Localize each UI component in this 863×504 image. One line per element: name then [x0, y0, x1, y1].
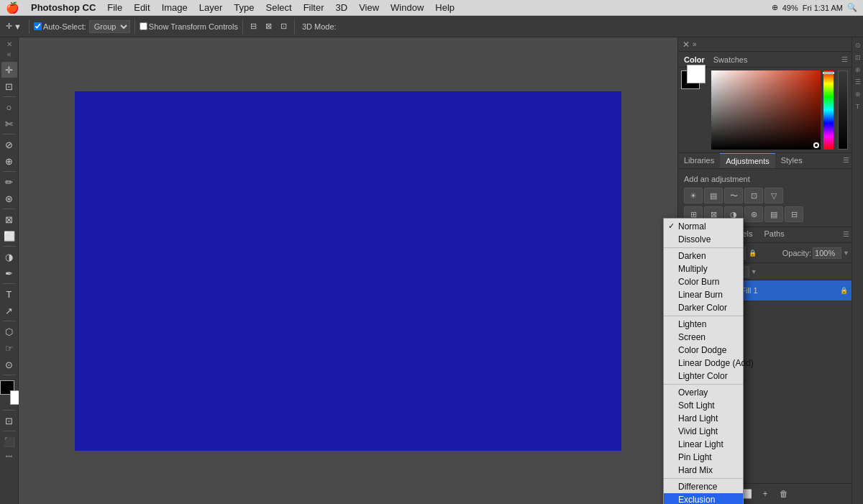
hand-tool[interactable]: ☞: [1, 340, 17, 356]
auto-select-dropdown[interactable]: Group Layer: [89, 20, 130, 33]
blend-darken[interactable]: Darken: [664, 249, 743, 262]
opacity-input[interactable]: [813, 247, 841, 259]
blend-normal[interactable]: ✓ Normal: [664, 220, 743, 233]
menu-layer[interactable]: Layer: [193, 0, 229, 15]
fill-down-arrow[interactable]: ▼: [751, 268, 757, 275]
menu-file[interactable]: File: [101, 0, 128, 15]
tab-paths[interactable]: Paths: [759, 227, 790, 242]
pen-tool[interactable]: ✒: [1, 265, 17, 281]
transform-controls-checkbox[interactable]: [140, 22, 147, 30]
dodge-tool[interactable]: ◑: [1, 249, 17, 265]
blend-difference[interactable]: Difference: [664, 480, 743, 493]
blend-lighten[interactable]: Lighten: [664, 318, 743, 331]
blend-mode-dropdown[interactable]: ✓ Normal Dissolve Darken Multiply Color …: [663, 218, 744, 504]
layers-panel-menu[interactable]: ☰: [840, 227, 852, 242]
blend-lighter-color[interactable]: Lighter Color: [664, 370, 743, 382]
quick-mask-button[interactable]: ⊡: [1, 413, 17, 429]
sidebar-icon-5[interactable]: ⊛: [853, 89, 863, 99]
blend-vivid-light[interactable]: Vivid Light: [664, 425, 743, 438]
panel-close-button[interactable]: ✕: [681, 40, 691, 50]
adj-gradient-map-btn[interactable]: ▤: [764, 206, 783, 222]
adj-brightness-btn[interactable]: ☀: [684, 188, 703, 203]
gradient-tool[interactable]: ⬜: [1, 228, 17, 244]
align-center-h-button[interactable]: ⊠: [262, 20, 275, 32]
tab-adjustments[interactable]: Adjustments: [720, 153, 775, 168]
collapse-panel-button[interactable]: «: [7, 50, 12, 58]
menu-window[interactable]: Window: [385, 0, 429, 15]
blend-hard-mix[interactable]: Hard Mix: [664, 464, 743, 477]
zoom-tool[interactable]: ⊙: [1, 357, 17, 372]
tab-color[interactable]: Color: [682, 54, 706, 65]
blend-color-burn[interactable]: Color Burn: [664, 275, 743, 288]
alpha-bar[interactable]: [838, 70, 848, 150]
blend-screen[interactable]: Screen: [664, 331, 743, 344]
layer-new-button[interactable]: +: [757, 486, 773, 502]
blend-soft-light[interactable]: Soft Light: [664, 399, 743, 412]
blend-darker-color[interactable]: Darker Color: [664, 301, 743, 314]
eyedropper-tool[interactable]: ⊘: [1, 137, 17, 152]
tab-styles[interactable]: Styles: [775, 153, 808, 168]
opacity-down-arrow[interactable]: ▼: [843, 249, 849, 257]
menu-3d[interactable]: 3D: [330, 0, 354, 15]
tab-libraries[interactable]: Libraries: [678, 153, 720, 168]
lasso-tool[interactable]: ○: [1, 99, 17, 115]
layer-delete-button[interactable]: 🗑: [776, 486, 792, 502]
sidebar-icon-6[interactable]: T: [853, 101, 863, 111]
blend-overlay[interactable]: Overlay: [664, 386, 743, 399]
eraser-tool[interactable]: ⊠: [1, 211, 17, 227]
brush-tool[interactable]: ✏: [1, 174, 17, 190]
auto-select-checkbox[interactable]: [34, 22, 42, 30]
adj-exposure-btn[interactable]: ⊡: [744, 188, 763, 203]
background-swatch[interactable]: [687, 65, 706, 83]
clone-tool[interactable]: ⊛: [1, 191, 17, 206]
menu-edit[interactable]: Edit: [128, 0, 155, 15]
screen-mode-button[interactable]: ⬛: [1, 434, 17, 449]
blend-multiply[interactable]: Multiply: [664, 262, 743, 275]
move-tool[interactable]: ✛: [1, 62, 17, 78]
layer-lock-icon[interactable]: 🔒: [840, 287, 848, 294]
apple-menu[interactable]: 🍎: [0, 1, 25, 14]
gradient-picker[interactable]: [711, 70, 821, 150]
adj-selective-btn[interactable]: ⊟: [785, 206, 803, 222]
move-tool-options[interactable]: ✛ ▼: [3, 20, 24, 32]
sidebar-icon-3[interactable]: ⊕: [853, 65, 863, 75]
tab-swatches[interactable]: Swatches: [712, 54, 749, 65]
adj-curves-btn[interactable]: 〜: [724, 188, 743, 203]
heal-tool[interactable]: ⊕: [1, 153, 17, 169]
search-icon[interactable]: 🔍: [847, 3, 857, 12]
sidebar-icon-2[interactable]: ⊡: [853, 52, 863, 63]
path-select-tool[interactable]: ↗: [1, 303, 17, 319]
shape-tool[interactable]: ⬡: [1, 324, 17, 339]
adj-panel-menu[interactable]: ☰: [840, 153, 852, 168]
tools-panel: ✕ « ✛ ⊡ ○ ✄ ⊘ ⊕ ✏ ⊛ ⊠ ⬜ ◑ ✒ T ↗ ⬡ ☞ ⊙ ⊡ …: [0, 37, 19, 504]
adj-vibrance-btn[interactable]: ▽: [764, 188, 783, 203]
blend-pin-light[interactable]: Pin Light: [664, 451, 743, 464]
blend-color-dodge[interactable]: Color Dodge: [664, 344, 743, 357]
menu-image[interactable]: Image: [156, 0, 193, 15]
more-tools-button[interactable]: •••: [6, 453, 12, 460]
close-panel-button[interactable]: ✕: [6, 40, 12, 48]
blend-exclusion[interactable]: Exclusion: [664, 493, 743, 504]
menu-help[interactable]: Help: [429, 0, 460, 15]
panel-expand-button[interactable]: »: [693, 40, 697, 48]
menu-type[interactable]: Type: [228, 0, 260, 15]
menu-view[interactable]: View: [353, 0, 385, 15]
align-right-button[interactable]: ⊡: [278, 20, 290, 32]
menu-select[interactable]: Select: [260, 0, 297, 15]
menu-filter[interactable]: Filter: [298, 0, 330, 15]
adj-levels-btn[interactable]: ▤: [704, 188, 723, 203]
type-tool[interactable]: T: [1, 286, 17, 302]
blend-linear-dodge[interactable]: Linear Dodge (Add): [664, 357, 743, 370]
align-left-button[interactable]: ⊟: [247, 20, 260, 32]
blend-dissolve[interactable]: Dissolve: [664, 233, 743, 246]
spectrum-bar[interactable]: [823, 70, 834, 150]
sidebar-icon-1[interactable]: ⊙: [853, 40, 863, 50]
adj-photo-btn[interactable]: ⊛: [744, 206, 763, 222]
sidebar-icon-4[interactable]: ☰: [853, 77, 863, 87]
blend-linear-light[interactable]: Linear Light: [664, 438, 743, 451]
marquee-tool[interactable]: ⊡: [1, 78, 17, 94]
blend-hard-light[interactable]: Hard Light: [664, 412, 743, 425]
crop-tool[interactable]: ✄: [1, 116, 17, 132]
blend-linear-burn[interactable]: Linear Burn: [664, 288, 743, 301]
panel-menu-icon[interactable]: ☰: [841, 55, 848, 63]
